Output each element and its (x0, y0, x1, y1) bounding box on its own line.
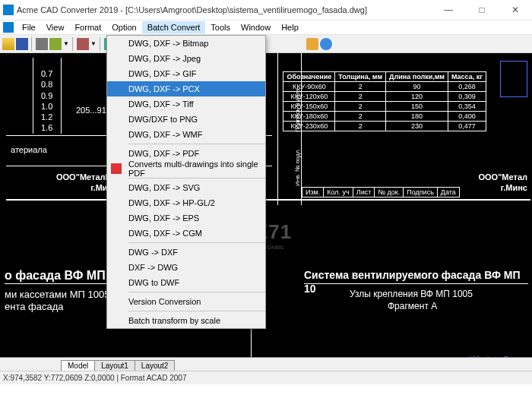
menu-item[interactable]: DWG/DXF to PNG (107, 112, 265, 127)
menu-tools[interactable]: Tools (205, 21, 236, 33)
menu-item[interactable]: DWG, DXF -> CGM (107, 226, 265, 241)
toolbar: ▼ ▼ ▼ (0, 35, 532, 53)
menu-item[interactable]: DWG, DXF -> WMF (107, 127, 265, 142)
material-label: атериала (11, 144, 47, 155)
menu-item[interactable]: DWG, DXF -> PDF (107, 146, 265, 161)
title-right-2: Узлы крепления ВФ МП 1005 (350, 289, 473, 301)
dims-col2: 205...916 (76, 105, 111, 115)
window-title: Acme CAD Converter 2019 - [C:\Users\Amgr… (17, 5, 438, 14)
menu-item[interactable]: DWG, DXF -> EPS (107, 210, 265, 226)
export-icon[interactable] (77, 38, 89, 50)
menu-batch-convert[interactable]: Batch Convert (142, 21, 206, 33)
title-right-3: Фрагмент А (388, 301, 437, 313)
app-icon-small (3, 22, 14, 33)
menu-item[interactable]: DWG, DXF -> SVG (107, 180, 265, 195)
batch-icon[interactable] (49, 38, 62, 50)
info-icon[interactable] (320, 38, 332, 50)
menu-item[interactable]: DWG to DWF (107, 275, 265, 290)
title-left-3: ента фасада (5, 301, 64, 314)
window-controls: — □ ✕ (438, 2, 526, 17)
app-icon (3, 5, 14, 15)
close-button[interactable]: ✕ (505, 2, 526, 17)
menu-item[interactable]: Batch transform by scale (107, 313, 265, 328)
open-icon[interactable] (2, 38, 14, 50)
print-icon[interactable] (36, 38, 48, 50)
menu-option[interactable]: Option (106, 21, 141, 33)
menu-format[interactable]: Format (69, 21, 106, 33)
status-text: X:974,3582 Y:772,0609 Z:0,0000 | Format … (3, 374, 186, 382)
tab-layout2[interactable]: Layout2 (135, 360, 176, 371)
tab-model[interactable]: Model (61, 360, 95, 371)
title-left-2: ми кассетами МП 1005 (5, 289, 109, 302)
home-icon[interactable] (306, 38, 318, 50)
titlebar: Acme CAD Converter 2019 - [C:\Users\Amgr… (0, 0, 532, 20)
dims-col1: 0.70.80.9 1.01.21.6 (41, 68, 52, 134)
menu-view[interactable]: View (41, 21, 70, 33)
menu-item[interactable]: DWG, DXF -> Bitmap (107, 36, 265, 51)
pdf-icon (111, 163, 122, 174)
menu-item[interactable]: DWG, DXF -> HP-GL/2 (107, 195, 265, 210)
menu-help[interactable]: Help (276, 21, 304, 33)
menu-item[interactable]: DXF -> DWG (107, 260, 265, 275)
menu-item[interactable]: DWG, DXF -> GIF (107, 66, 265, 81)
minimize-button[interactable]: — (438, 2, 459, 17)
menu-item[interactable]: DWG, DXF -> Tiff (107, 96, 265, 112)
tab-strip: Model Layout1 Layout2 (0, 357, 532, 371)
detail-box (500, 61, 527, 97)
batch-convert-dropdown: DWG, DXF -> BitmapDWG, DXF -> JpegDWG, D… (106, 35, 266, 329)
revision-header: Изм.Кол. учЛист№ док.ПодписьДата (302, 187, 460, 198)
maximize-button[interactable]: □ (471, 2, 492, 17)
tab-layout1[interactable]: Layout1 (94, 360, 135, 371)
save-icon[interactable] (16, 38, 28, 50)
menu-file[interactable]: File (17, 21, 41, 33)
statusbar: X:974,3582 Y:772,0609 Z:0,0000 | Format … (0, 371, 532, 384)
drawing-canvas[interactable]: 0.70.80.9 1.01.21.6 205...916 атериала О… (0, 53, 532, 371)
menu-item[interactable]: DWG, DXF -> PCX (107, 81, 265, 96)
menubar: File View Format Option Batch Convert To… (0, 20, 532, 35)
menu-item[interactable]: DWG -> DXF (107, 245, 265, 260)
menu-window[interactable]: Window (236, 21, 276, 33)
menu-item[interactable]: DWG, DXF -> Jpeg (107, 51, 265, 66)
menu-item[interactable]: Version Conversion (107, 294, 265, 309)
spec-table: ОбозначениеТолщина, ммДлина полки,ммМасс… (283, 71, 486, 131)
org-right: ООО"Металг.Минс (478, 172, 527, 194)
menu-item[interactable]: Converts multi-drawings into single PDF (107, 161, 265, 176)
